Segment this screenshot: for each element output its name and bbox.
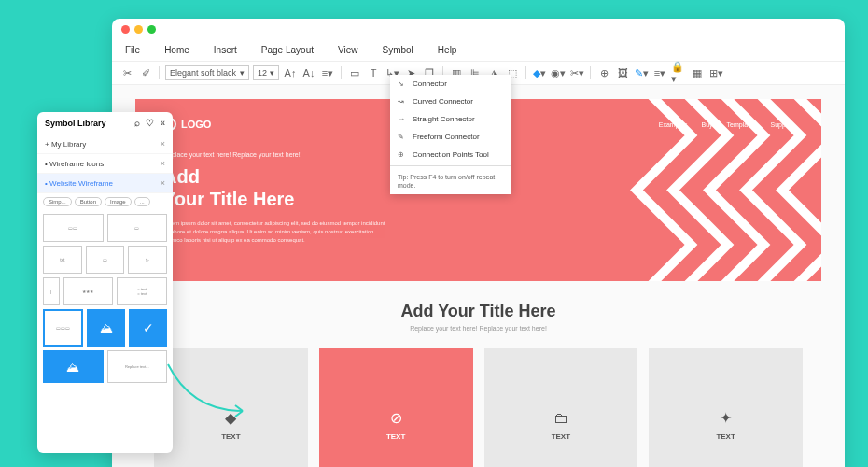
wireframe-thumb[interactable]: txt: [43, 246, 82, 274]
hero-description: Lorem ipsum dolor sit amet, consectetur …: [163, 219, 387, 245]
increase-font-button[interactable]: A↑: [283, 65, 298, 80]
feature-card[interactable]: ◆TEXT: [154, 348, 308, 467]
symbol-library-panel: Symbol Library ⌕ ♡ « + My Library×• Wire…: [37, 112, 173, 453]
category---my-library[interactable]: + My Library×: [37, 134, 173, 154]
menu-file[interactable]: File: [121, 43, 144, 57]
heart-icon[interactable]: ♡: [146, 118, 154, 128]
close-icon[interactable]: ×: [161, 159, 165, 168]
connector-icon: ✎: [398, 133, 407, 141]
wireframe-thumb[interactable]: ▷: [128, 246, 167, 274]
connector-icon: ↝: [398, 97, 407, 106]
category---wireframe-icons[interactable]: • Wireframe Icons×: [37, 154, 173, 174]
titlebar: [112, 19, 845, 39]
search-icon[interactable]: ⌕: [134, 118, 140, 128]
card-label: TEXT: [221, 432, 240, 441]
card-grid: ◆TEXT⊘TEXT🗀TEXT✦TEXT✎TEXT⚲TEXT♫TEXT★TEXT: [135, 348, 821, 467]
zoom-button[interactable]: ⊕: [596, 65, 611, 80]
card-label: TEXT: [716, 432, 735, 441]
text-tool-button[interactable]: T: [366, 65, 381, 80]
filter-chip[interactable]: Button: [75, 197, 102, 206]
connector-icon: →: [398, 115, 407, 123]
hero-decoration: [579, 99, 821, 281]
wireframe-thumb-selected[interactable]: ▭▭▭: [43, 309, 83, 347]
card-icon: ✦: [720, 409, 732, 427]
wireframe-thumb[interactable]: Replace text...: [107, 350, 168, 383]
feature-card[interactable]: 🗀TEXT: [484, 348, 638, 467]
thumbnail-grid: ▭▭▭ txt▭▷ |★★★○ text○ text ▭▭▭⛰✓ ⛰Replac…: [37, 210, 173, 453]
menu-insert[interactable]: Insert: [210, 43, 241, 57]
dropdown-item-freeform-connector[interactable]: ✎Freeform Connector: [390, 128, 511, 146]
menu-home[interactable]: Home: [161, 43, 193, 57]
format-painter-button[interactable]: ✐: [138, 65, 153, 80]
lock-button[interactable]: 🔒▾: [671, 65, 686, 80]
wireframe-thumb-image[interactable]: ⛰: [43, 350, 104, 383]
wireframe-thumb[interactable]: ▭▭: [43, 214, 104, 242]
menu-page-layout[interactable]: Page Layout: [258, 43, 317, 57]
feature-card[interactable]: ✦TEXT: [649, 348, 803, 467]
more-button[interactable]: ⊞▾: [708, 65, 723, 80]
filter-chip[interactable]: ...: [134, 197, 150, 206]
feature-card[interactable]: ⊘TEXT: [319, 348, 473, 467]
dropdown-item-connection-points-tool[interactable]: ⊕Connection Points Tool: [390, 146, 511, 163]
menu-view[interactable]: View: [334, 43, 362, 57]
card-icon: ⊘: [390, 409, 402, 427]
image-button[interactable]: 🖼: [615, 65, 630, 80]
card-icon: 🗀: [553, 410, 568, 427]
dropdown-item-connector[interactable]: ↘Connector: [390, 75, 511, 92]
grid-button[interactable]: ▦: [690, 65, 705, 80]
close-icon[interactable]: ×: [161, 139, 165, 149]
close-window-button[interactable]: [121, 25, 130, 34]
decrease-font-button[interactable]: A↓: [301, 65, 316, 80]
card-label: TEXT: [386, 432, 405, 441]
wireframe-thumb[interactable]: |: [43, 277, 60, 305]
cut-button[interactable]: ✂: [119, 65, 134, 80]
card-label: TEXT: [552, 432, 570, 441]
category---website-wireframe[interactable]: • Website Wireframe×: [37, 174, 173, 193]
dropdown-item-curved-connector[interactable]: ↝Curved Connector: [390, 92, 511, 110]
maximize-window-button[interactable]: [147, 25, 156, 34]
filter-chip[interactable]: Image: [105, 197, 132, 206]
fill-color-button[interactable]: ◆▾: [532, 65, 547, 80]
menubar: File Home Insert Page Layout View Symbol…: [112, 39, 845, 62]
crop-button[interactable]: ✂▾: [569, 65, 584, 80]
align-button[interactable]: ≡▾: [320, 65, 335, 80]
collapse-icon[interactable]: «: [160, 118, 165, 128]
font-family-select[interactable]: Elegant soft black▾: [165, 65, 249, 80]
wireframe-thumb[interactable]: ○ text○ text: [117, 277, 167, 305]
wireframe-thumb-check[interactable]: ✓: [129, 309, 167, 347]
connector-dropdown: ↘Connector↝Curved Connector→Straight Con…: [390, 75, 511, 194]
font-size-select[interactable]: 12▾: [253, 65, 279, 80]
dropdown-tip: Tip: Press F4 to turn on/off repeat mode…: [390, 168, 511, 194]
shape-style-button[interactable]: ◉▾: [551, 65, 566, 80]
line-style-button[interactable]: ≡▾: [652, 65, 667, 80]
sidebar-title: Symbol Library: [45, 119, 106, 128]
menu-help[interactable]: Help: [434, 43, 461, 57]
close-icon[interactable]: ×: [161, 178, 165, 188]
dropdown-item-straight-connector[interactable]: →Straight Connector: [390, 110, 511, 128]
menu-symbol[interactable]: Symbol: [379, 43, 417, 57]
connector-icon: ↘: [398, 79, 407, 88]
line-color-button[interactable]: ✎▾: [634, 65, 649, 80]
filter-chip[interactable]: Simp...: [43, 197, 72, 206]
wireframe-thumb-image[interactable]: ⛰: [87, 309, 125, 347]
wireframe-thumb[interactable]: ▭: [86, 246, 125, 274]
card-icon: ◆: [225, 409, 236, 427]
minimize-window-button[interactable]: [134, 25, 143, 34]
section-subtitle: Replace your text here! Replace your tex…: [135, 325, 821, 332]
section-title: Add Your Title Here: [135, 302, 821, 321]
wireframe-thumb[interactable]: ▭: [107, 214, 168, 242]
wireframe-thumb[interactable]: ★★★: [63, 277, 114, 305]
connector-icon: ⊕: [398, 150, 407, 159]
shape-rect-button[interactable]: ▭: [347, 65, 362, 80]
